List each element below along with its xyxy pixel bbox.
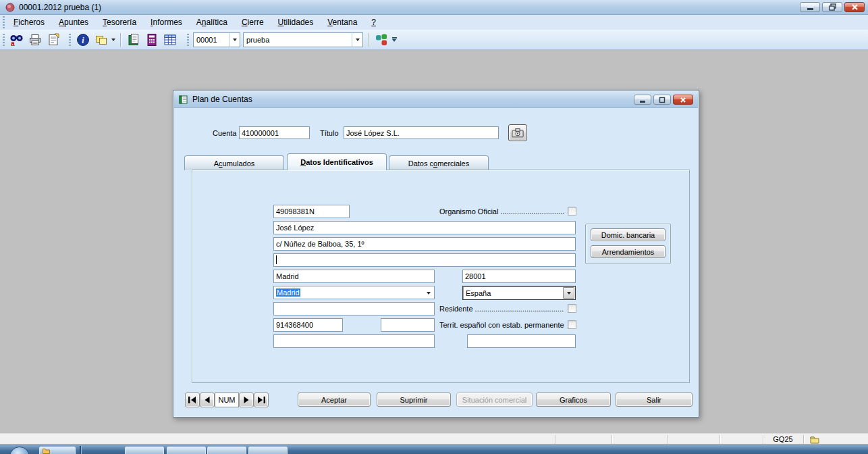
nav-num-indicator: NUM: [215, 393, 239, 407]
chevron-down-icon[interactable]: [352, 33, 362, 47]
table-icon: [163, 33, 177, 47]
text-caret: [276, 255, 277, 264]
start-button[interactable]: [9, 447, 30, 454]
menu-item-informes[interactable]: Informes: [144, 16, 188, 29]
chart-button[interactable]: [372, 31, 390, 49]
menu-item-utilidades[interactable]: Utilidades: [272, 16, 320, 29]
menu-item-cierre[interactable]: Cierre: [236, 16, 270, 29]
taskbar-pinned-item[interactable]: [39, 447, 76, 454]
button-salir[interactable]: Salir: [616, 393, 693, 407]
camera-icon: [512, 128, 524, 138]
pais-value: España: [466, 289, 491, 297]
dialog-minimize-button[interactable]: [634, 95, 651, 105]
camera-button[interactable]: [508, 124, 527, 141]
preview-button[interactable]: [44, 31, 62, 49]
statusbar-code: GQ25: [763, 435, 803, 443]
button-arrendamientos[interactable]: Arrendamientos: [591, 245, 666, 258]
residente-checkbox[interactable]: [568, 304, 576, 313]
toolbar-grip: [3, 34, 5, 46]
company-name-combo[interactable]: prueba: [243, 32, 363, 47]
button-situacion-comercial[interactable]: Situación comercial: [456, 393, 533, 407]
cuenta-label: Cuenta: [213, 126, 236, 140]
chevron-down-icon[interactable]: [229, 33, 240, 47]
menu-item-ventana[interactable]: Ventana: [321, 16, 363, 29]
copy-button[interactable]: [92, 31, 110, 49]
nav-first-button[interactable]: [185, 393, 200, 407]
restore-button[interactable]: [822, 2, 842, 12]
nombre2-input[interactable]: [273, 221, 576, 234]
button-domic-bancaria[interactable]: Domic. bancaria: [591, 228, 666, 241]
toolbar-separator: [368, 33, 369, 47]
statusbar-separator: [612, 435, 612, 444]
folder-icon: [43, 448, 50, 454]
window-title: 00001.2012 prueba (1): [19, 3, 101, 12]
statusbar: GQ25: [0, 433, 868, 445]
find-button[interactable]: a: [7, 31, 26, 49]
taskbar-item[interactable]: [207, 447, 246, 454]
nav-last-button[interactable]: [254, 393, 269, 407]
menu-item-apuntes[interactable]: Apuntes: [53, 16, 94, 29]
fax-input[interactable]: [381, 318, 435, 332]
tab-datos-comerciales[interactable]: Datos comerciales: [389, 155, 489, 170]
residente-label: Residente ..............................…: [439, 302, 564, 316]
provincia-combo[interactable]: Madrid: [273, 286, 435, 299]
tab-acumulados[interactable]: Acumulados: [184, 155, 284, 170]
menu-item-analitica[interactable]: Analítica: [190, 16, 234, 29]
button-aceptar[interactable]: Aceptar: [298, 393, 371, 407]
first-record-icon: [188, 397, 196, 403]
taskbar-item[interactable]: [167, 447, 206, 454]
menu-item-tesoreria[interactable]: Tesorería: [97, 16, 142, 29]
info-icon: i: [76, 33, 90, 47]
maximize-icon: [659, 97, 666, 103]
window-titlebar[interactable]: 00001.2012 prueba (1): [0, 0, 868, 15]
domicilio2-input[interactable]: [273, 253, 576, 267]
chevron-down-icon[interactable]: [427, 292, 431, 295]
dialog-titlebar[interactable]: Plan de Cuentas: [174, 91, 698, 108]
info-button[interactable]: i: [74, 31, 92, 49]
nif-input[interactable]: [273, 205, 350, 218]
copy-dropdown-arrow[interactable]: [110, 31, 117, 49]
taskbar-item[interactable]: [248, 447, 288, 454]
pais-combo[interactable]: España: [462, 286, 576, 300]
dialog-close-button[interactable]: [673, 95, 693, 105]
provincia-value: Madrid: [276, 288, 300, 297]
ledger-button[interactable]: [124, 31, 142, 49]
button-graficos[interactable]: Graficos: [536, 393, 611, 407]
toolbar-overflow-button[interactable]: [390, 31, 398, 49]
nav-next-button[interactable]: [239, 393, 254, 407]
close-button[interactable]: [844, 2, 865, 12]
minimize-button[interactable]: [800, 2, 820, 12]
table-button[interactable]: [161, 31, 179, 49]
preview-icon: [47, 33, 60, 47]
nav-prev-button[interactable]: [200, 393, 215, 407]
dialog-maximize-button[interactable]: [653, 95, 671, 105]
taskbar-item[interactable]: [125, 447, 164, 454]
close-icon: [851, 3, 859, 11]
menu-item-help[interactable]: ?: [365, 16, 382, 29]
telefono-input[interactable]: [273, 318, 343, 332]
tab-datos-identificativos[interactable]: Datos Identificativos: [287, 153, 387, 170]
calculator-button[interactable]: [142, 31, 161, 49]
print-icon: [28, 33, 42, 47]
www-input[interactable]: [273, 334, 435, 348]
previous-record-icon: [203, 397, 211, 403]
button-suprimir[interactable]: Suprimir: [377, 393, 451, 407]
cp-input[interactable]: [462, 270, 576, 283]
company-name-value: prueba: [244, 36, 352, 44]
company-code-combo[interactable]: 00001: [193, 32, 240, 47]
poblacion-input[interactable]: [273, 270, 435, 283]
territ-espanol-checkbox[interactable]: [568, 320, 576, 329]
chevron-down-icon[interactable]: [563, 287, 574, 299]
domicilio-input[interactable]: [273, 237, 576, 251]
last-record-icon: [257, 397, 265, 403]
application-window: 00001.2012 prueba (1) FicherosApuntesTes…: [0, 0, 868, 454]
persona-contacto-input[interactable]: [273, 302, 435, 316]
print-button[interactable]: [26, 31, 44, 49]
toolbar-separator: [120, 33, 121, 47]
titulo-input[interactable]: [344, 126, 499, 139]
menubar-grip: [3, 16, 5, 28]
cuenta-input[interactable]: [239, 126, 310, 139]
organismo-oficial-checkbox[interactable]: [568, 207, 576, 216]
email-input[interactable]: [467, 334, 576, 348]
menu-item-ficheros[interactable]: Ficheros: [7, 16, 51, 29]
